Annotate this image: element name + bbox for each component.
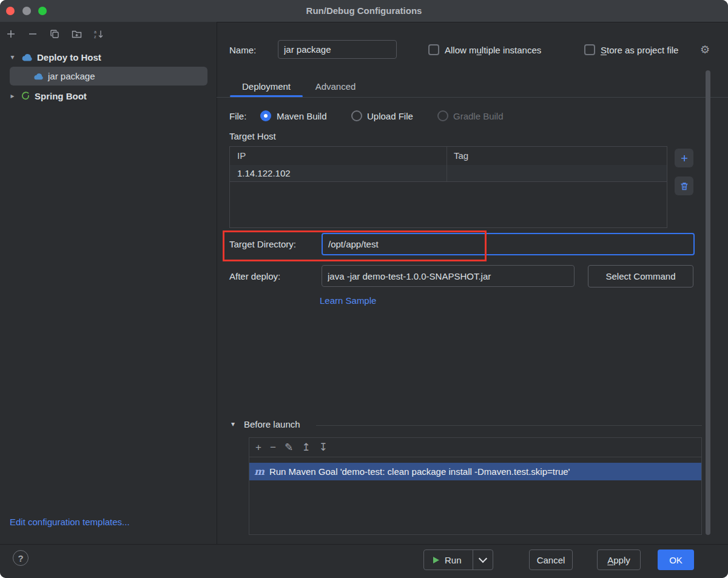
before-launch-separator (316, 425, 702, 426)
tab-advanced[interactable]: Advanced (303, 78, 368, 96)
svg-text:a: a (94, 30, 96, 34)
after-deploy-label: After deploy: (229, 271, 280, 281)
after-deploy-input[interactable] (322, 265, 575, 287)
upload-file-radio[interactable] (351, 110, 362, 121)
sidebar-toolbar: az (4, 27, 106, 41)
store-as-project-file-checkbox[interactable] (584, 44, 595, 55)
table-column-divider (447, 147, 447, 181)
maven-build-radio[interactable] (260, 110, 271, 121)
store-as-project-file-label: Store as project file (601, 45, 678, 55)
play-icon (433, 556, 440, 564)
select-command-button[interactable]: Select Command (588, 265, 693, 287)
before-launch-toolbar: + − ✎ ↥ ↧ (249, 438, 701, 457)
target-directory-input[interactable] (322, 233, 695, 255)
before-launch-task-item[interactable]: m Run Maven Goal 'demo-test: clean packa… (249, 463, 701, 480)
learn-sample-link[interactable]: Learn Sample (320, 295, 376, 306)
name-label: Name: (229, 45, 256, 55)
tab-deployment[interactable]: Deployment (230, 78, 303, 96)
tree-group-spring-boot[interactable]: ▸ Spring Boot (8, 87, 87, 104)
column-header-ip: IP (237, 147, 246, 165)
plus-icon (679, 153, 689, 163)
footer: ? Run Cancel Apply OK (0, 544, 728, 578)
remove-task-icon[interactable]: − (270, 442, 276, 452)
upload-file-label[interactable]: Upload File (367, 111, 413, 121)
cell-ip: 1.14.122.102 (237, 165, 291, 181)
trash-icon (679, 181, 689, 191)
add-task-icon[interactable]: + (255, 442, 261, 452)
run-debug-configurations-dialog: Run/Debug Configurations az ▾ Deploy (0, 0, 728, 578)
gradle-build-radio (437, 110, 448, 121)
sidebar: az ▾ Deploy to Host jar package ▸ Spring… (0, 22, 217, 544)
titlebar: Run/Debug Configurations (0, 0, 728, 22)
tabs-separator (217, 97, 728, 98)
cloud-icon (33, 72, 44, 80)
apply-button[interactable]: Apply (597, 549, 641, 570)
tree-group-label: Spring Boot (35, 91, 87, 101)
tree-item-label: jar package (48, 71, 95, 81)
task-label: Run Maven Goal 'demo-test: clean package… (269, 466, 570, 477)
gradle-build-label: Gradle Build (453, 111, 504, 121)
tree-item-jar-package[interactable]: jar package (10, 67, 207, 86)
remove-configuration-icon[interactable] (25, 27, 40, 41)
run-options-dropdown[interactable] (473, 550, 493, 570)
target-host-table: IP Tag 1.14.122.102 (229, 146, 667, 228)
allow-multiple-instances-checkbox[interactable] (428, 44, 439, 55)
scrollbar-thumb[interactable] (706, 70, 710, 535)
gear-icon[interactable]: ⚙ (700, 44, 710, 55)
tree-group-label: Deploy to Host (37, 52, 101, 62)
add-host-button[interactable] (675, 149, 693, 167)
table-header-row: IP Tag (230, 147, 667, 166)
target-directory-label: Target Directory: (229, 239, 296, 249)
allow-multiple-instances-label: Allow multiple instances (445, 45, 541, 55)
window-title: Run/Debug Configurations (0, 0, 728, 22)
maven-icon: m (254, 466, 265, 477)
new-folder-icon[interactable] (69, 27, 84, 41)
help-button[interactable]: ? (13, 550, 29, 566)
maven-build-label[interactable]: Maven Build (277, 111, 327, 121)
before-launch-title: Before launch (244, 419, 300, 429)
chevron-down-icon (478, 554, 487, 563)
run-button[interactable]: Run (424, 550, 473, 570)
sort-configurations-icon[interactable]: az (91, 27, 106, 41)
ok-button[interactable]: OK (658, 549, 694, 570)
copy-configuration-icon[interactable] (47, 27, 62, 41)
file-label: File: (229, 111, 246, 121)
add-configuration-icon[interactable] (4, 27, 18, 41)
move-task-down-icon[interactable]: ↧ (318, 442, 327, 452)
delete-host-button[interactable] (675, 176, 693, 195)
svg-text:z: z (94, 35, 96, 39)
target-host-title: Target Host (229, 131, 276, 141)
move-task-up-icon[interactable]: ↥ (302, 442, 310, 452)
tree-group-deploy-to-host[interactable]: ▾ Deploy to Host (8, 49, 101, 66)
cloud-icon (21, 53, 33, 61)
spring-boot-icon (21, 91, 30, 101)
name-input[interactable] (278, 40, 397, 59)
edit-configuration-templates-link[interactable]: Edit configuration templates... (10, 517, 130, 527)
edit-task-icon[interactable]: ✎ (285, 442, 293, 452)
cancel-button[interactable]: Cancel (529, 549, 573, 570)
collapse-chevron-icon[interactable]: ▾ (231, 420, 235, 428)
before-launch-panel: + − ✎ ↥ ↧ m Run Maven Goal 'demo-test: c… (249, 437, 702, 535)
chevron-down-icon[interactable]: ▾ (8, 53, 16, 61)
run-button-label: Run (445, 555, 462, 565)
table-row[interactable]: 1.14.122.102 (230, 165, 667, 182)
chevron-right-icon[interactable]: ▸ (8, 92, 16, 100)
column-header-tag: Tag (454, 147, 468, 165)
run-split-button: Run (423, 549, 493, 570)
